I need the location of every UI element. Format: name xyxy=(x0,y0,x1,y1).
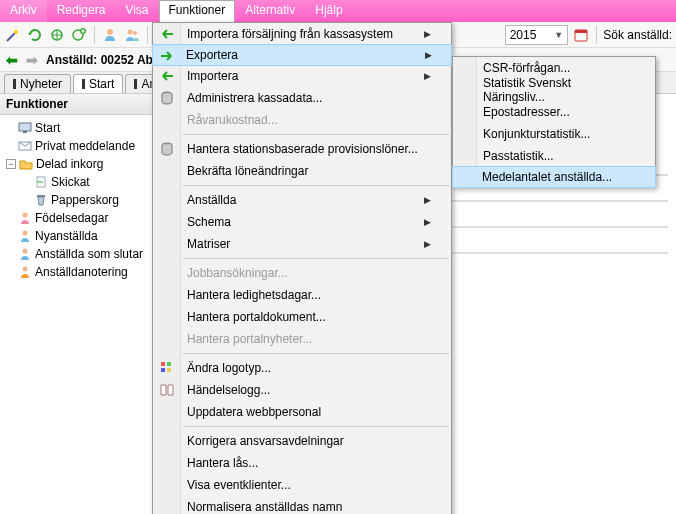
smi-konjunktur[interactable]: Konjunkturstatistik... xyxy=(453,123,655,145)
mi-label: Råvarukostnad... xyxy=(187,113,278,127)
mi-handelselogg[interactable]: Händelselogg... xyxy=(153,379,451,401)
user-icon[interactable] xyxy=(101,26,119,44)
mi-label: Hantera portalnyheter... xyxy=(187,332,312,346)
svg-rect-20 xyxy=(161,362,165,366)
caret-right-icon: ▶ xyxy=(424,29,431,39)
mi-matriser[interactable]: Matriser▶ xyxy=(153,233,451,255)
tree-label: Delad inkorg xyxy=(36,157,103,171)
mi-label: Anställda xyxy=(187,193,236,207)
mi-anstallda[interactable]: Anställda▶ xyxy=(153,189,451,211)
mi-korrigera[interactable]: Korrigera ansvarsavdelningar xyxy=(153,430,451,452)
tree-label: Anställdanotering xyxy=(35,265,128,279)
mi-label: Hantera portaldokument... xyxy=(187,310,326,324)
mi-label: Hantera ledighetsdagar... xyxy=(187,288,321,302)
mi-jobbans: Jobbansökningar... xyxy=(153,262,451,284)
globe-add-icon[interactable] xyxy=(70,26,88,44)
smi-statistik-sn[interactable]: Statistik Svenskt Näringsliv... xyxy=(453,79,655,101)
mi-label: Visa eventklienter... xyxy=(187,478,291,492)
arrow-left-icon xyxy=(159,68,175,84)
tree-label: Anställda som slutar xyxy=(35,247,143,261)
mi-andra-logotyp[interactable]: Ändra logotyp... xyxy=(153,357,451,379)
svg-point-5 xyxy=(128,29,133,34)
smi-epost[interactable]: Epostadresser... xyxy=(453,101,655,123)
tree-fodelsedagar[interactable]: Födelsedagar xyxy=(4,209,172,227)
wand-icon[interactable] xyxy=(4,26,22,44)
mi-label: Konjunkturstatistik... xyxy=(483,127,590,141)
person-blue-icon xyxy=(18,247,32,261)
mi-ravarukostnad: Råvarukostnad... xyxy=(153,109,451,131)
mi-label: Statistik Svenskt Näringsliv... xyxy=(483,76,635,104)
mi-label: Korrigera ansvarsavdelningar xyxy=(187,434,344,448)
sidebar-header: Funktioner xyxy=(0,94,174,115)
collapse-icon[interactable]: − xyxy=(6,159,16,169)
mi-label: Bekräfta löneändringar xyxy=(187,164,308,178)
tree-label: Skickat xyxy=(51,175,90,189)
tab-label: Nyheter xyxy=(20,77,62,91)
mi-visa-event[interactable]: Visa eventklienter... xyxy=(153,474,451,496)
mi-normalisera[interactable]: Normalisera anställdas namn xyxy=(153,496,451,514)
caret-right-icon: ▶ xyxy=(424,195,431,205)
mi-label: Uppdatera webbpersonal xyxy=(187,405,321,419)
smi-medelantalet[interactable]: Medelantalet anställda... xyxy=(452,166,656,188)
mi-exportera[interactable]: Exportera▶ xyxy=(152,44,452,66)
users-icon[interactable] xyxy=(123,26,141,44)
mi-ledighet[interactable]: Hantera ledighetsdagar... xyxy=(153,284,451,306)
calendar-icon[interactable] xyxy=(572,26,590,44)
tree-skickat[interactable]: Skickat xyxy=(4,173,172,191)
db-icon xyxy=(159,141,175,157)
sidebar-tree: Start Privat meddelande − Delad inkorg S… xyxy=(0,115,174,285)
tree-start[interactable]: Start xyxy=(4,119,172,137)
tab-label: Start xyxy=(89,77,114,91)
menu-visa[interactable]: Visa xyxy=(115,0,158,22)
mi-bekrafta-lone[interactable]: Bekräfta löneändringar xyxy=(153,160,451,182)
year-combo[interactable]: 2015 ▼ xyxy=(505,25,569,45)
grid-icon xyxy=(159,360,175,376)
db-icon xyxy=(159,90,175,106)
menubar: Arkiv Redigera Visa Funktioner Alternati… xyxy=(0,0,676,22)
person-icon xyxy=(18,211,32,225)
tree-anstallda-slutar[interactable]: Anställda som slutar xyxy=(4,245,172,263)
mi-label: Passtatistik... xyxy=(483,149,554,163)
mi-label: CSR-förfrågan... xyxy=(483,61,570,75)
refresh-icon[interactable] xyxy=(26,26,44,44)
globe-refresh-icon[interactable] xyxy=(48,26,66,44)
tree-anstalldanotering[interactable]: Anställdanotering xyxy=(4,263,172,281)
menu-redigera[interactable]: Redigera xyxy=(47,0,116,22)
smi-passtatistik[interactable]: Passtatistik... xyxy=(453,145,655,167)
folder-open-icon xyxy=(19,157,33,171)
menu-funktioner[interactable]: Funktioner xyxy=(159,0,236,22)
tree-delad-inkorg[interactable]: − Delad inkorg xyxy=(4,155,172,173)
caret-right-icon: ▶ xyxy=(424,239,431,249)
mi-schema[interactable]: Schema▶ xyxy=(153,211,451,233)
person-blue-icon xyxy=(18,229,32,243)
mi-hantera-las[interactable]: Hantera lås... xyxy=(153,452,451,474)
tab-start[interactable]: Start xyxy=(73,74,123,93)
mi-label: Exportera xyxy=(186,48,238,62)
arrow-right-icon xyxy=(159,48,175,64)
svg-rect-22 xyxy=(161,368,165,372)
tree-label: Nyanställda xyxy=(35,229,98,243)
tree-nyanstallda[interactable]: Nyanställda xyxy=(4,227,172,245)
menu-hjalp[interactable]: Hjälp xyxy=(305,0,352,22)
menu-arkiv[interactable]: Arkiv xyxy=(0,0,47,22)
menu-alternativ[interactable]: Alternativ xyxy=(235,0,305,22)
mi-importera[interactable]: Importera▶ xyxy=(153,65,451,87)
svg-rect-13 xyxy=(37,195,45,197)
tree-label: Papperskorg xyxy=(51,193,119,207)
mi-label: Jobbansökningar... xyxy=(187,266,288,280)
tab-nyheter[interactable]: Nyheter xyxy=(4,74,71,93)
svg-point-4 xyxy=(107,29,113,35)
mi-uppdatera-webb[interactable]: Uppdatera webbpersonal xyxy=(153,401,451,423)
tree-privat-meddelande[interactable]: Privat meddelande xyxy=(4,137,172,155)
back-arrow-icon[interactable]: ⬅ xyxy=(6,52,18,68)
mi-stationsloner[interactable]: Hantera stationsbaserade provisionslöner… xyxy=(153,138,451,160)
tree-papperskorg[interactable]: Papperskorg xyxy=(4,191,172,209)
mi-label: Matriser xyxy=(187,237,230,251)
exportera-submenu: CSR-förfrågan... Statistik Svenskt Närin… xyxy=(452,56,656,188)
mi-portaldok[interactable]: Hantera portaldokument... xyxy=(153,306,451,328)
year-value: 2015 xyxy=(510,28,537,42)
caret-right-icon: ▶ xyxy=(425,50,432,60)
caret-right-icon: ▶ xyxy=(424,217,431,227)
mi-admin-kassadata[interactable]: Administrera kassadata... xyxy=(153,87,451,109)
mi-import-kassa[interactable]: Importera försäljning från kassasystem▶ xyxy=(153,23,451,45)
